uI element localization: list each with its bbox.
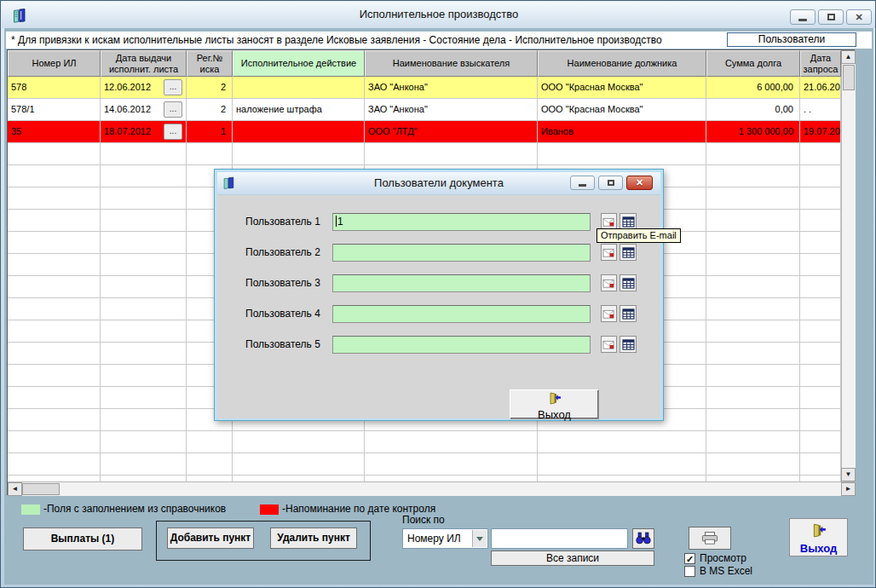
minimize-button[interactable]: [790, 9, 815, 25]
table-cell[interactable]: 578: [8, 77, 101, 98]
table-cell[interactable]: [365, 143, 538, 164]
user-lookup-grid-button[interactable]: [620, 305, 637, 322]
table-cell[interactable]: [101, 187, 187, 209]
table-cell[interactable]: ЗАО "Анкона": [365, 99, 538, 120]
table-cell[interactable]: [706, 210, 800, 231]
table-cell[interactable]: [187, 431, 233, 453]
table-cell[interactable]: [233, 77, 365, 98]
user-field-input[interactable]: [332, 305, 591, 323]
table-cell[interactable]: [706, 409, 800, 430]
payments-button[interactable]: Выплаты (1): [23, 527, 142, 551]
table-cell[interactable]: [8, 409, 101, 430]
table-cell[interactable]: 578/1: [8, 99, 101, 120]
table-cell[interactable]: [800, 165, 841, 187]
table-row[interactable]: 57812.06.2012...2ЗАО "Анкона"ООО "Красна…: [8, 77, 841, 99]
date-picker-button[interactable]: ...: [164, 124, 182, 140]
column-header[interactable]: Исполнительное действие: [233, 50, 365, 77]
table-cell[interactable]: 2: [187, 99, 233, 120]
send-email-button[interactable]: [601, 213, 617, 230]
table-cell[interactable]: 12.06.2012...: [101, 77, 187, 98]
table-cell[interactable]: 14.06.2012...: [101, 99, 187, 120]
table-cell[interactable]: [101, 343, 187, 364]
table-cell[interactable]: [706, 143, 800, 164]
table-cell[interactable]: [800, 320, 841, 342]
dialog-maximize-button[interactable]: [598, 176, 623, 190]
scroll-left-icon[interactable]: ◄: [8, 482, 22, 496]
table-cell[interactable]: [8, 431, 101, 453]
date-picker-button[interactable]: ...: [164, 101, 182, 118]
search-input[interactable]: [491, 528, 628, 549]
table-cell[interactable]: [8, 232, 101, 253]
table-cell[interactable]: [101, 409, 187, 430]
table-cell[interactable]: [800, 343, 841, 364]
horizontal-scroll-thumb[interactable]: [22, 483, 60, 495]
table-cell[interactable]: [365, 453, 538, 475]
table-cell[interactable]: [706, 387, 800, 408]
table-cell[interactable]: [8, 254, 101, 275]
send-email-button[interactable]: [601, 305, 617, 322]
table-cell[interactable]: [8, 365, 101, 386]
column-header[interactable]: Наименование взыскателя: [365, 50, 538, 77]
table-cell[interactable]: [800, 453, 841, 475]
search-field-combo[interactable]: Номеру ИЛ: [402, 528, 488, 549]
table-cell[interactable]: [8, 187, 101, 209]
table-cell[interactable]: [8, 298, 101, 320]
dialog-exit-button[interactable]: Выход: [510, 389, 599, 419]
table-cell[interactable]: [706, 276, 800, 297]
table-cell[interactable]: ООО "Красная Москва": [538, 99, 706, 120]
send-email-button[interactable]: [601, 274, 617, 291]
table-row[interactable]: [8, 476, 841, 481]
table-cell[interactable]: [706, 365, 800, 386]
preview-checkbox[interactable]: ✓: [684, 553, 695, 564]
table-cell[interactable]: [101, 165, 187, 187]
table-row[interactable]: 3518.07.2012...1ООО "ЛТД"Иванов1 300 000…: [8, 121, 841, 143]
table-cell[interactable]: [101, 232, 187, 253]
table-cell[interactable]: . .: [800, 99, 841, 120]
column-header[interactable]: Дата выдачи исполнит. листа: [101, 50, 187, 77]
scroll-down-icon[interactable]: ▼: [841, 468, 856, 481]
table-cell[interactable]: [706, 343, 800, 364]
table-cell[interactable]: [538, 143, 706, 164]
dialog-minimize-button[interactable]: [570, 176, 595, 190]
chevron-down-icon[interactable]: [472, 530, 487, 547]
table-cell[interactable]: [706, 187, 800, 209]
exit-button[interactable]: Выход: [789, 518, 848, 556]
table-cell[interactable]: [233, 121, 365, 142]
table-cell[interactable]: [706, 453, 800, 475]
table-cell[interactable]: [800, 187, 841, 209]
table-cell[interactable]: [8, 476, 101, 481]
users-button[interactable]: Пользователи: [727, 32, 856, 47]
user-field-input[interactable]: 1: [332, 213, 591, 231]
table-cell[interactable]: [538, 476, 706, 481]
table-cell[interactable]: [800, 409, 841, 430]
table-cell[interactable]: [101, 320, 187, 342]
table-cell[interactable]: [706, 232, 800, 253]
table-cell[interactable]: ООО "ЛТД": [365, 121, 538, 142]
table-cell[interactable]: 35: [8, 121, 101, 142]
table-cell[interactable]: [101, 276, 187, 297]
column-header[interactable]: Дата запроса: [800, 50, 841, 77]
column-header[interactable]: Наименование должника: [538, 50, 706, 77]
table-cell[interactable]: [101, 476, 187, 481]
column-header[interactable]: Рег.№ иска: [187, 50, 233, 77]
table-cell[interactable]: [8, 453, 101, 475]
print-button[interactable]: [689, 527, 731, 550]
table-cell[interactable]: [8, 387, 101, 408]
table-cell[interactable]: [233, 476, 365, 481]
table-row[interactable]: [8, 453, 841, 476]
table-cell[interactable]: [538, 431, 706, 453]
user-lookup-grid-button[interactable]: [620, 213, 637, 230]
table-cell[interactable]: [101, 365, 187, 386]
date-picker-button[interactable]: ...: [164, 79, 182, 95]
user-lookup-grid-button[interactable]: [620, 336, 637, 353]
table-cell[interactable]: [706, 298, 800, 320]
table-cell[interactable]: [800, 143, 841, 164]
table-cell[interactable]: [706, 165, 800, 187]
table-cell[interactable]: 1 300 000,00: [706, 121, 800, 142]
table-row[interactable]: [8, 143, 841, 165]
table-cell[interactable]: [800, 476, 841, 481]
table-cell[interactable]: 1: [187, 121, 233, 142]
table-cell[interactable]: Иванов: [538, 121, 706, 142]
table-cell[interactable]: [706, 254, 800, 275]
table-cell[interactable]: [365, 476, 538, 481]
